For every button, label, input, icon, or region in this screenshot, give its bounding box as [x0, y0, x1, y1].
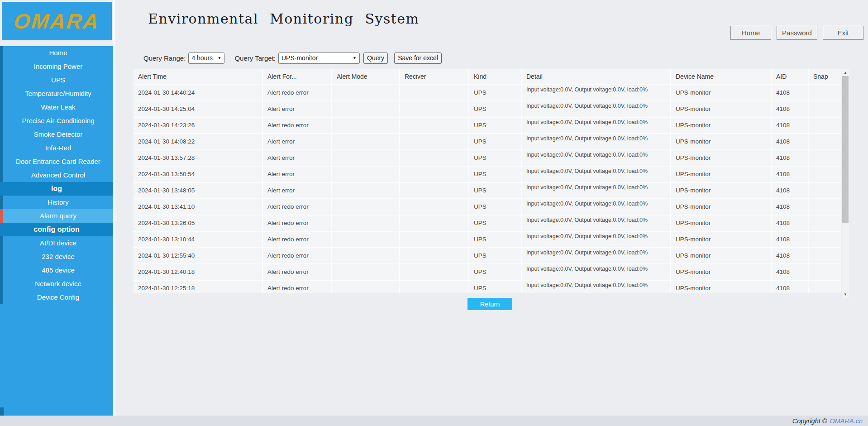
sidebar-item-temperature-humidity[interactable]: Temperature/Humidity	[0, 87, 113, 101]
cell-time: 2024-01-30 12:40:18	[134, 264, 263, 281]
cell-alert-mode	[332, 134, 400, 150]
cell-device-name: UPS-monitor	[671, 199, 772, 215]
cell-kind: UPS	[469, 85, 522, 101]
cell-device-name: UPS-monitor	[671, 264, 772, 281]
column-header-kind: Kind	[469, 69, 522, 85]
sidebar-item-config-option[interactable]: config option	[0, 223, 113, 236]
cell-kind: UPS	[469, 248, 522, 264]
omara-link[interactable]: OMARA.cn	[830, 417, 863, 425]
column-header-alert-for-: Alert For...	[263, 69, 332, 85]
cell-time: 2024-01-30 14:08:22	[134, 134, 263, 150]
sidebar-item-infa-red[interactable]: Infa-Red	[0, 141, 113, 155]
cell-detail: Input voltage:0.0V, Output voltage:0.0V,…	[522, 183, 671, 199]
chevron-down-icon: ▼	[349, 56, 357, 60]
cell-time: 2024-01-30 13:48:05	[134, 183, 263, 199]
scroll-up-icon[interactable]: ▲	[842, 69, 849, 76]
sidebar-menu: HomeIncoming PowerUPSTemperature/Humidit…	[0, 46, 113, 416]
sidebar-item-precise-air-conditioning[interactable]: Precise Air-Conditioning	[0, 114, 113, 128]
exit-button[interactable]: Exit	[823, 26, 863, 40]
cell-kind: UPS	[469, 150, 522, 167]
query-target-select[interactable]: UPS-monitor ▼	[278, 53, 360, 64]
query-button[interactable]: Query	[363, 53, 388, 64]
cell-device-name: UPS-monitor	[671, 281, 772, 293]
cell-device-name: UPS-monitor	[671, 183, 772, 199]
cell-reciver	[400, 281, 469, 293]
sidebar-item-232-device[interactable]: 232 device	[0, 250, 113, 263]
sidebar-item-ai-di-device[interactable]: AI/DI device	[0, 236, 113, 250]
cell-detail: Input voltage:0.0V, Output voltage:0.0V,…	[522, 264, 671, 281]
chevron-down-icon: ▼	[214, 56, 221, 60]
cell-snap	[809, 215, 841, 232]
cell-alert-mode	[332, 248, 400, 264]
sidebar-item-log[interactable]: log	[0, 182, 113, 196]
table-row: 2024-01-30 13:48:05Alert errorUPSInput v…	[134, 183, 841, 199]
sidebar-item-device-config[interactable]: Device Config	[0, 291, 113, 304]
query-range-value: 4 hours	[191, 54, 213, 62]
cell-alert-for: Alert error	[263, 150, 332, 167]
sidebar-item-incoming-power[interactable]: Incoming Power	[0, 60, 113, 73]
cell-alert-mode	[332, 232, 400, 248]
table-row: 2024-01-30 13:50:54Alert errorUPSInput v…	[134, 167, 841, 183]
logo-box: OMARA	[2, 2, 112, 40]
cell-snap	[809, 134, 841, 150]
footer: Copyright © OMARA.cn	[0, 416, 868, 426]
cell-kind: UPS	[469, 281, 522, 293]
cell-detail: Input voltage:0.0V, Output voltage:0.0V,…	[522, 248, 671, 264]
sidebar-item-network-device[interactable]: Network device	[0, 277, 113, 291]
cell-time: 2024-01-30 12:25:18	[134, 281, 263, 293]
scroll-down-icon[interactable]: ▼	[842, 291, 849, 298]
cell-snap	[809, 264, 841, 281]
cell-aid: 4108	[772, 215, 809, 232]
cell-snap	[809, 118, 841, 134]
query-range-select[interactable]: 4 hours ▼	[188, 53, 224, 64]
cell-alert-mode	[332, 281, 400, 293]
cell-alert-for: Alert error	[263, 101, 332, 118]
cell-kind: UPS	[469, 118, 522, 134]
cell-aid: 4108	[772, 199, 809, 215]
sidebar-divider	[113, 0, 115, 416]
cell-time: 2024-01-30 14:23:26	[134, 118, 263, 134]
home-button[interactable]: Home	[730, 26, 771, 40]
cell-detail: Input voltage:0.0V, Output voltage:0.0V,…	[522, 167, 671, 183]
table-scrollbar[interactable]: ▲ ▼	[842, 69, 849, 298]
cell-alert-for: Alert redo error	[263, 248, 332, 264]
sidebar-item-ups[interactable]: UPS	[0, 73, 113, 87]
query-range-label: Query Range:	[143, 54, 186, 62]
cell-device-name: UPS-monitor	[671, 101, 772, 118]
cell-alert-for: Alert error	[263, 167, 332, 183]
cell-aid: 4108	[772, 281, 809, 293]
cell-reciver	[400, 167, 469, 183]
sidebar: OMARA HomeIncoming PowerUPSTemperature/H…	[0, 0, 115, 416]
sidebar-item-485-device[interactable]: 485 device	[0, 263, 113, 277]
header-buttons: HomePasswordExit	[730, 26, 863, 40]
cell-detail: Input voltage:0.0V, Output voltage:0.0V,…	[522, 150, 671, 167]
cell-aid: 4108	[772, 85, 809, 101]
cell-reciver	[400, 264, 469, 281]
sidebar-item-advanced-control[interactable]: Advanced Control	[0, 168, 113, 182]
cell-kind: UPS	[469, 134, 522, 150]
cell-aid: 4108	[772, 150, 809, 167]
cell-detail: Input voltage:0.0V, Output voltage:0.0V,…	[522, 199, 671, 215]
cell-snap	[809, 150, 841, 167]
table-header-row: Alert TimeAlert For...Alert ModeReciverK…	[134, 69, 841, 85]
password-button[interactable]: Password	[777, 26, 817, 40]
cell-kind: UPS	[469, 232, 522, 248]
sidebar-item-water-leak[interactable]: Water Leak	[0, 101, 113, 114]
sidebar-item-alarm-query[interactable]: Alarm query	[0, 209, 113, 223]
scrollbar-thumb[interactable]	[842, 76, 849, 223]
cell-alert-for: Alert error	[263, 183, 332, 199]
sidebar-item-history[interactable]: History	[0, 196, 113, 209]
cell-kind: UPS	[469, 264, 522, 281]
cell-snap	[809, 232, 841, 248]
cell-snap	[809, 101, 841, 118]
sidebar-item-smoke-detector[interactable]: Smoke Detector	[0, 128, 113, 141]
cell-reciver	[400, 118, 469, 134]
table-row: 2024-01-30 14:23:26Alert redo errorUPSIn…	[134, 118, 841, 134]
cell-alert-mode	[332, 150, 400, 167]
sidebar-item-door-entrance-card-reader[interactable]: Door Entrance Card Reader	[0, 155, 113, 168]
return-button[interactable]: Return	[467, 298, 512, 310]
cell-alert-for: Alert error	[263, 134, 332, 150]
save-for-excel-button[interactable]: Save for excel	[394, 53, 442, 64]
sidebar-item-home[interactable]: Home	[0, 46, 113, 60]
cell-alert-for: Alert redo error	[263, 215, 332, 232]
